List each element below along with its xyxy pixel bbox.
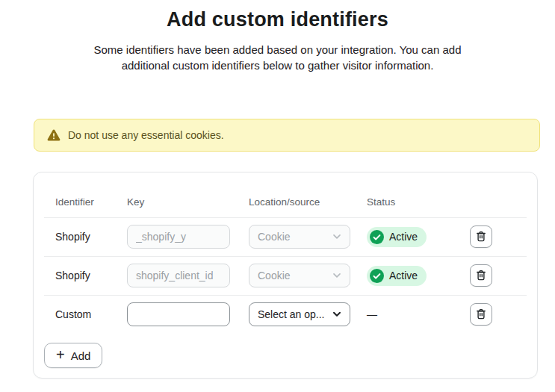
plus-icon: + <box>56 347 65 362</box>
col-header-key: Key <box>127 196 249 208</box>
warning-triangle-icon <box>46 128 61 143</box>
status-badge-label: Active <box>389 270 418 281</box>
status-badge: Active <box>367 266 427 286</box>
location-select: Cookie <box>249 225 350 249</box>
card-footer: + Add <box>44 343 102 368</box>
col-header-status: Status <box>367 196 470 208</box>
table-row: Shopify Cookie Active <box>34 256 537 295</box>
trash-icon <box>475 231 487 243</box>
table-row: Custom Select an op... — <box>34 295 537 334</box>
page-subtitle: Some identifiers have been added based o… <box>74 42 481 73</box>
chevron-down-icon <box>332 234 341 240</box>
delete-button[interactable] <box>470 264 492 287</box>
delete-button[interactable] <box>470 303 492 326</box>
table-row: Shopify Cookie Active <box>34 217 537 256</box>
add-button-label: Add <box>71 349 91 362</box>
page-title: Add custom identifiers <box>0 8 555 31</box>
delete-button[interactable] <box>470 225 492 248</box>
chevron-down-icon <box>332 273 341 279</box>
identifier-label: Shopify <box>55 231 127 243</box>
status-empty: — <box>367 308 377 320</box>
check-circle-icon <box>370 230 384 244</box>
col-header-identifier: Identifier <box>55 196 127 208</box>
location-select-value: Select an op... <box>258 308 325 320</box>
status-badge-label: Active <box>389 231 418 243</box>
identifier-label: Shopify <box>55 270 127 281</box>
key-input <box>127 264 230 287</box>
location-select-value: Cookie <box>258 231 291 243</box>
key-input <box>127 225 230 249</box>
chevron-down-icon <box>332 311 341 317</box>
key-input[interactable] <box>127 302 230 326</box>
location-select-value: Cookie <box>258 270 291 281</box>
banner-text: Do not use any essential cookies. <box>68 129 224 141</box>
table-header: Identifier Key Location/source Status <box>34 172 537 217</box>
add-button[interactable]: + Add <box>44 343 102 368</box>
identifiers-card: Identifier Key Location/source Status Sh… <box>33 172 538 379</box>
location-select: Cookie <box>249 264 350 287</box>
trash-icon <box>475 308 487 320</box>
col-header-location: Location/source <box>249 196 367 208</box>
status-badge: Active <box>367 227 427 247</box>
trash-icon <box>475 270 487 281</box>
identifier-label: Custom <box>55 308 127 320</box>
warning-banner: Do not use any essential cookies. <box>34 119 540 152</box>
location-select[interactable]: Select an op... <box>249 302 350 326</box>
check-circle-icon <box>370 269 384 283</box>
